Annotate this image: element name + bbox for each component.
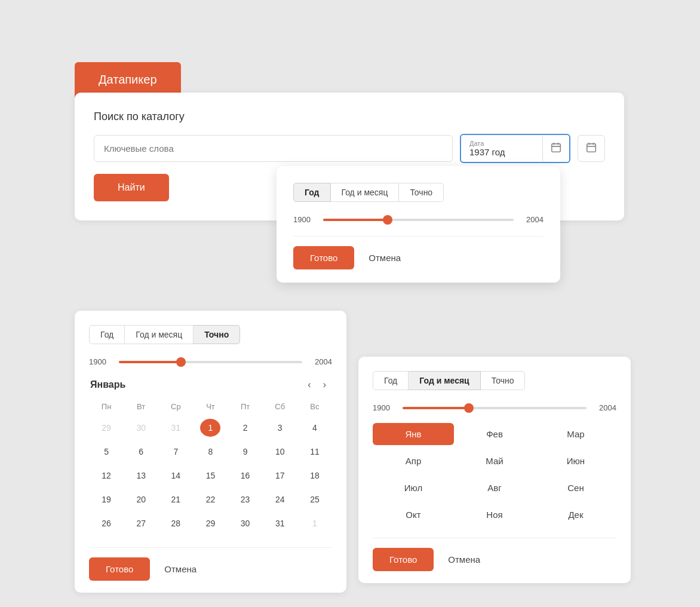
exact-slider-fill (119, 361, 181, 363)
list-item[interactable]: Дек (535, 504, 616, 526)
table-row[interactable]: 18 (297, 464, 332, 488)
find-button[interactable]: Найти (94, 174, 169, 201)
table-row[interactable]: 25 (297, 488, 332, 511)
table-row[interactable]: 23 (228, 488, 263, 511)
exact-tab-exact[interactable]: Точно (194, 325, 240, 344)
table-row[interactable]: 17 (263, 464, 297, 488)
tab-exact[interactable]: Точно (399, 183, 444, 202)
exact-picker-actions: Готово Отмена (89, 557, 332, 581)
list-item[interactable]: Апр (373, 450, 454, 472)
search-row: Дата 1937 год (94, 134, 605, 163)
year-picker-done-button[interactable]: Готово (293, 246, 354, 269)
month-tab-year[interactable]: Год (373, 371, 409, 390)
table-row[interactable]: 7 (158, 440, 193, 464)
date-input-wrapper[interactable]: Дата 1937 год (460, 134, 570, 163)
picker-divider (293, 236, 544, 237)
table-row[interactable]: 16 (228, 464, 263, 488)
year-picker-tabs: Год Год и месяц Точно (293, 183, 544, 202)
month-slider-track[interactable] (403, 407, 587, 409)
search-input[interactable] (94, 135, 453, 162)
table-row[interactable]: 29 (89, 416, 124, 440)
table-row[interactable]: 27 (124, 511, 158, 535)
month-cancel-button[interactable]: Отмена (441, 548, 487, 571)
table-row[interactable]: 31 (263, 511, 297, 535)
calendar-nav-buttons: ‹ › (303, 377, 331, 393)
table-row[interactable]: 20 (124, 488, 158, 511)
list-item[interactable]: Янв (373, 423, 454, 445)
table-row[interactable]: 1 (193, 416, 228, 440)
next-month-button[interactable]: › (318, 377, 331, 393)
weekday-tue: Вт (124, 400, 158, 416)
list-item[interactable]: Мар (535, 423, 616, 445)
table-row[interactable]: 29 (193, 511, 228, 535)
month-slider-thumb[interactable] (464, 403, 474, 413)
table-row[interactable]: 10 (263, 440, 297, 464)
table-row[interactable]: 24 (263, 488, 297, 511)
year-picker-cancel-button[interactable]: Отмена (361, 246, 408, 269)
month-picker-card: Год Год и месяц Точно 1900 2004 ЯнвФевМа… (358, 357, 631, 583)
table-row[interactable]: 28 (158, 511, 193, 535)
month-grid: ЯнвФевМарАпрМайИюнИюлАвгСенОктНояДек (373, 423, 616, 526)
table-row[interactable]: 15 (193, 464, 228, 488)
exact-cancel-button[interactable]: Отмена (157, 557, 204, 581)
table-row[interactable]: 14 (158, 464, 193, 488)
month-tab-year-month[interactable]: Год и месяц (409, 371, 480, 390)
table-row[interactable]: 26 (89, 511, 124, 535)
year-slider-thumb[interactable] (383, 215, 392, 225)
table-row[interactable]: 21 (158, 488, 193, 511)
table-row[interactable]: 19 (89, 488, 124, 511)
tab-year[interactable]: Год (293, 183, 331, 202)
month-tab-exact[interactable]: Точно (481, 371, 526, 390)
list-item[interactable]: Май (454, 450, 535, 472)
list-item[interactable]: Авг (454, 477, 535, 499)
weekday-wed: Ср (158, 400, 193, 416)
table-row[interactable]: 6 (124, 440, 158, 464)
list-item[interactable]: Фев (454, 423, 535, 445)
month-done-button[interactable]: Готово (373, 548, 434, 571)
table-row[interactable]: 2 (228, 416, 263, 440)
date-label: Дата (469, 140, 534, 147)
weekday-thu: Чт (193, 400, 228, 416)
search-card-title: Поиск по каталогу (94, 111, 605, 123)
table-row[interactable]: 31 (158, 416, 193, 440)
month-slider-area: 1900 2004 (373, 403, 616, 412)
calendar-nav: Январь ‹ › (89, 377, 332, 393)
exact-slider-thumb[interactable] (176, 357, 186, 367)
table-row[interactable]: 30 (228, 511, 263, 535)
table-row[interactable]: 13 (124, 464, 158, 488)
table-row[interactable]: 30 (124, 416, 158, 440)
exact-tab-year[interactable]: Год (89, 325, 125, 344)
month-divider (373, 538, 616, 538)
year-slider-track[interactable] (323, 219, 514, 221)
list-item[interactable]: Окт (373, 504, 454, 526)
table-row[interactable]: 5 (89, 440, 124, 464)
table-row[interactable]: 8 (193, 440, 228, 464)
list-item[interactable]: Июл (373, 477, 454, 499)
exact-slider-track[interactable] (119, 361, 302, 363)
list-item[interactable]: Сен (535, 477, 616, 499)
exact-done-button[interactable]: Готово (89, 557, 150, 581)
date-calendar-button[interactable] (542, 136, 569, 161)
table-row[interactable]: 3 (263, 416, 297, 440)
table-row[interactable]: 9 (228, 440, 263, 464)
year-picker-slider-area: 1900 2004 (293, 215, 544, 224)
year-picker-actions: Готово Отмена (293, 246, 544, 269)
table-row[interactable]: 4 (297, 416, 332, 440)
table-row[interactable]: 22 (193, 488, 228, 511)
list-item[interactable]: Июн (535, 450, 616, 472)
table-row[interactable]: 11 (297, 440, 332, 464)
weekday-fri: Пт (228, 400, 263, 416)
table-row[interactable]: 1 (297, 511, 332, 535)
list-item[interactable]: Ноя (454, 504, 535, 526)
table-row[interactable]: 12 (89, 464, 124, 488)
month-picker-actions: Готово Отмена (373, 548, 616, 571)
exact-tab-year-month[interactable]: Год и месяц (125, 325, 194, 344)
extra-calendar-button[interactable] (578, 135, 605, 162)
tab-year-month[interactable]: Год и месяц (331, 183, 400, 202)
exact-range-start: 1900 (89, 357, 112, 366)
exact-picker-tabs: Год Год и месяц Точно (89, 325, 332, 344)
prev-month-button[interactable]: ‹ (303, 377, 315, 393)
calendar-table: Пн Вт Ср Чт Пт Сб Вс 2930311234567891011… (89, 400, 332, 535)
exact-picker-card: Год Год и месяц Точно 1900 2004 Январь ‹… (75, 311, 346, 593)
weekday-sun: Вс (297, 400, 332, 416)
